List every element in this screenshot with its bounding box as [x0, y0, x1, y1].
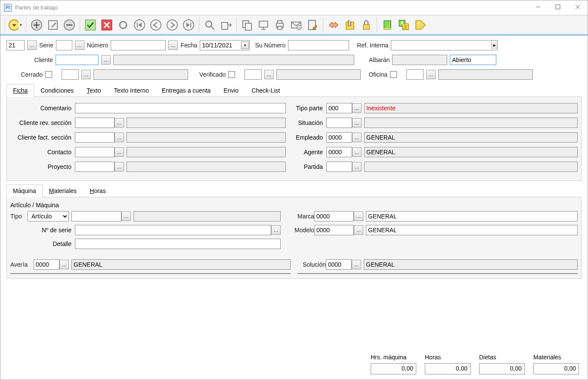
cliente-lookup-button[interactable]: … [101, 55, 111, 65]
situacion-code-input[interactable] [326, 118, 352, 128]
subtab-maquina[interactable]: Máquina [6, 184, 43, 197]
comentario-input[interactable] [75, 103, 286, 113]
svg-rect-25 [245, 23, 251, 30]
remove-button[interactable] [62, 17, 77, 33]
solucion-text-area[interactable] [297, 273, 578, 274]
num-serie-input[interactable] [75, 225, 271, 235]
verificado-code-input[interactable] [244, 69, 262, 80]
modelo-lookup-button[interactable]: … [354, 225, 363, 235]
attachments-button[interactable] [342, 17, 358, 33]
minimize-button[interactable] [528, 0, 548, 13]
book-green-button[interactable] [380, 17, 395, 33]
numero-input[interactable] [111, 40, 166, 50]
tab-texto-interno[interactable]: Texto Interno [108, 84, 155, 97]
tipo-parte-lookup-button[interactable]: … [352, 103, 362, 113]
averia-lookup-button[interactable]: … [59, 260, 69, 269]
cliente-rev-lookup-button[interactable]: … [115, 118, 124, 128]
agente-lookup-button[interactable]: … [352, 147, 362, 157]
print-button[interactable] [272, 17, 288, 33]
sign-document-button[interactable] [305, 17, 320, 33]
tipo-parte-code-input[interactable] [326, 103, 352, 113]
export-button[interactable] [218, 17, 234, 33]
maquina-panel: Artículo / Máquina Tipo Artículo … Nº de… [6, 197, 582, 279]
solucion-lookup-button[interactable]: … [352, 260, 361, 269]
serie-input[interactable] [56, 40, 72, 50]
company-code-input[interactable] [6, 40, 25, 50]
modelo-code-input[interactable] [314, 225, 354, 235]
monitor-button[interactable] [256, 17, 271, 33]
email-button[interactable]: @ [288, 17, 304, 33]
detalle-input[interactable] [75, 239, 281, 249]
refresh-button[interactable] [115, 17, 131, 33]
tab-ficha[interactable]: Ficha [6, 84, 34, 97]
contacto-lookup-button[interactable]: … [115, 147, 124, 157]
cliente-code-input[interactable] [56, 55, 99, 65]
oficina-lookup-button[interactable]: … [426, 70, 436, 79]
partida-code-input[interactable] [326, 162, 352, 172]
ref-interna-next-button[interactable]: ▶ [491, 40, 497, 49]
handshake-icon[interactable] [326, 17, 341, 33]
su-numero-input[interactable] [288, 40, 349, 50]
situacion-lookup-button[interactable]: … [352, 118, 362, 128]
empleado-lookup-button[interactable]: … [352, 133, 362, 142]
serie-lookup-button[interactable]: … [75, 40, 84, 50]
lock-button[interactable] [359, 17, 374, 33]
partida-lookup-button[interactable]: … [352, 162, 362, 171]
averia-code-input[interactable] [34, 259, 59, 270]
nav-prev-button[interactable] [148, 17, 164, 33]
svg-text:文: 文 [403, 25, 408, 29]
close-button[interactable] [568, 0, 588, 13]
proyecto-code-input[interactable] [75, 162, 115, 172]
nav-next-button[interactable] [164, 17, 180, 33]
tab-texto[interactable]: Texto [80, 84, 107, 97]
contacto-code-input[interactable] [75, 147, 115, 157]
oficina-checkbox[interactable] [390, 71, 397, 78]
tab-condiciones[interactable]: Condiciones [34, 84, 80, 97]
comentario-label: Comentario [10, 105, 75, 112]
subtab-materiales[interactable]: Materiales [43, 184, 84, 197]
solucion-code-input[interactable] [326, 259, 352, 270]
marca-lookup-button[interactable]: … [354, 212, 363, 221]
oficina-code-input[interactable] [406, 69, 424, 80]
translate-button[interactable]: A文 [396, 17, 412, 33]
agente-code-input[interactable] [326, 147, 352, 157]
verificado-lookup-button[interactable]: … [264, 70, 274, 79]
tab-envio[interactable]: Envio [217, 84, 245, 97]
subtab-horas[interactable]: Horas [83, 184, 112, 197]
cliente-rev-code-input[interactable] [75, 118, 115, 128]
articulo-code-input[interactable] [71, 211, 121, 221]
company-lookup-button[interactable]: … [27, 40, 37, 50]
proyecto-lookup-button[interactable]: … [115, 162, 124, 171]
dropdown-button[interactable]: ▼ [8, 17, 23, 33]
verificado-checkbox[interactable] [228, 71, 235, 78]
edit-button[interactable] [45, 17, 61, 33]
averia-text-area[interactable] [10, 273, 291, 274]
cancel-button[interactable] [99, 17, 115, 33]
tab-checklist[interactable]: Check-List [245, 84, 286, 97]
add-button[interactable] [29, 17, 44, 33]
numero-label: Número [87, 42, 108, 49]
solucion-name-display [364, 259, 578, 270]
nav-first-button[interactable] [132, 17, 147, 33]
marca-code-input[interactable] [314, 211, 354, 221]
fecha-dropdown-button[interactable]: ▾ [241, 41, 249, 49]
cliente-fact-lookup-button[interactable]: … [115, 133, 124, 142]
tag-button[interactable] [412, 17, 428, 33]
cliente-fact-code-input[interactable] [75, 132, 115, 143]
copy-button[interactable] [239, 17, 255, 33]
accept-button[interactable] [83, 17, 98, 33]
numero-lookup-button[interactable]: … [168, 40, 178, 50]
tipo-select[interactable]: Artículo [28, 211, 69, 221]
cerrado-lookup-button[interactable]: … [81, 70, 91, 79]
cerrado-checkbox[interactable] [45, 71, 52, 78]
tab-entregas[interactable]: Entregas a cuenta [155, 84, 217, 97]
num-serie-lookup-button[interactable]: … [271, 225, 281, 235]
ref-interna-input[interactable] [391, 40, 498, 50]
oficina-name-display [438, 69, 533, 80]
empleado-code-input[interactable] [326, 132, 352, 143]
articulo-lookup-button[interactable]: … [121, 212, 131, 221]
cerrado-code-input[interactable] [62, 69, 79, 80]
maximize-button[interactable] [548, 0, 568, 13]
search-button[interactable] [202, 17, 217, 33]
nav-last-button[interactable] [181, 17, 196, 33]
